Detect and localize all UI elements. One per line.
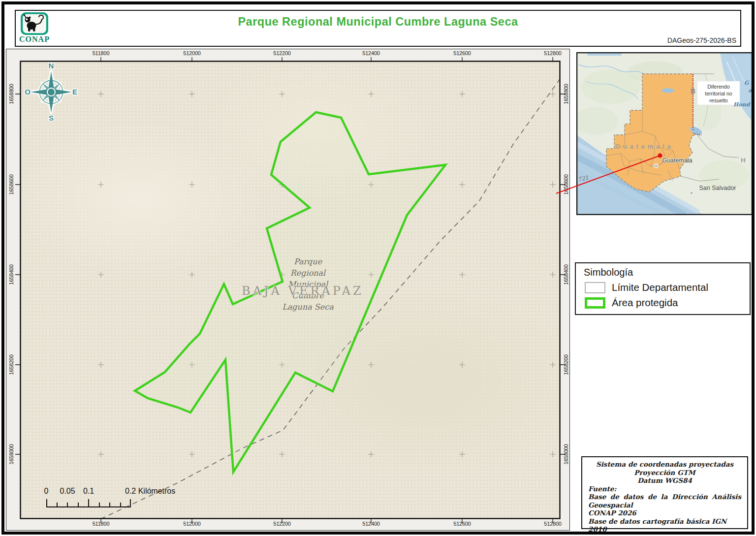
document-code: DAGeos-275-2026-BS xyxy=(667,36,736,44)
crs-line: Sistema de coordenadas proyectadas xyxy=(588,460,741,469)
crs-line: Datum WGS84 xyxy=(588,476,741,485)
source-line: Base de datos cartografía básica IGN 201… xyxy=(588,517,741,534)
axis-coordinate-label: 512400 xyxy=(362,50,380,56)
belize-label-fragment: B xyxy=(691,87,695,95)
axis-coordinate-label: 511800 xyxy=(93,50,110,56)
gulf-label-fragment: Hond xyxy=(733,101,751,108)
axis-coordinate-label: 512600 xyxy=(453,50,471,56)
axis-coordinate-label: 512400 xyxy=(362,521,380,527)
axis-coordinate-label: 1658600 xyxy=(8,174,14,194)
park-label-line: Regional xyxy=(262,267,353,279)
compass-e-label: E xyxy=(72,88,77,96)
axis-coordinate-label: 512000 xyxy=(183,521,201,527)
axis-coordinate-label: 512200 xyxy=(273,50,291,56)
territorial-note-line: territorial no xyxy=(705,91,732,96)
axis-coordinate-label: 512800 xyxy=(544,50,562,56)
axis-coordinate-label: 1658800 xyxy=(563,84,569,104)
scale-bar: 0 0.05 0.1 0.2 Kilómetros xyxy=(40,487,202,509)
legend-item-departmental: Límite Departamental xyxy=(585,282,750,293)
axis-coordinate-label: 512200 xyxy=(273,521,291,527)
department-name-label: BAJA VERAPAZ xyxy=(242,284,364,298)
legend-item-protected-area: Área protegida xyxy=(585,297,750,309)
legend-item-label: Área protegida xyxy=(612,297,678,309)
scale-label-02: 0.2 Kilómetros xyxy=(125,487,175,496)
san-salvador-label: San Salvador xyxy=(699,185,736,191)
honduras-label-fragment: H o xyxy=(741,157,753,164)
territorial-note-line: Diferendo xyxy=(707,84,730,90)
locator-inset-map: B Diferendo territorial no resuelto G u … xyxy=(576,52,753,215)
source-info-box: Sistema de coordenadas proyectadas Proye… xyxy=(581,456,748,529)
page-title: Parque Regional Municipal Cumbre Laguna … xyxy=(16,15,740,29)
axis-coordinate-label: 1658800 xyxy=(8,84,14,104)
capital-city-dot xyxy=(654,164,658,168)
axis-coordinate-label: 1658400 xyxy=(8,264,14,284)
map-sheet-page: CONAP Parque Regional Municipal Cumbre L… xyxy=(0,0,756,536)
scale-bar-line xyxy=(46,499,131,507)
country-name-label: Guatemala xyxy=(615,143,674,150)
axis-coordinate-label: 1658600 xyxy=(563,174,569,194)
axis-coordinate-label: 1658000 xyxy=(563,444,569,464)
axis-coordinate-label: 512000 xyxy=(183,50,201,56)
park-label-line: Parque xyxy=(262,256,353,267)
axis-coordinate-label: 1658400 xyxy=(563,264,569,284)
axis-coordinate-label: 1658200 xyxy=(563,354,569,375)
axis-coordinate-label: 1658200 xyxy=(8,354,14,375)
axis-coordinate-label: 512600 xyxy=(453,521,471,527)
compass-rose-icon: N E S O xyxy=(24,61,78,122)
legend-panel: Simbología Límite Departamental Área pro… xyxy=(575,262,751,315)
axis-coordinate-label: 511800 xyxy=(93,521,110,527)
source-line: Base de datos de la Dirección Análisis G… xyxy=(588,493,741,509)
fuente-label: Fuente: xyxy=(588,485,741,493)
axis-coordinate-label: 1658000 xyxy=(8,444,14,464)
park-label-line: Laguna Seca xyxy=(262,301,353,313)
san-salvador-dot xyxy=(690,191,693,195)
main-map-frame: 5118005118005120005120005122005122005124… xyxy=(6,49,570,531)
compass-s-label: S xyxy=(49,114,54,122)
scale-label-01: 0.1 xyxy=(83,487,94,496)
guatemala-city-label: Guatemala xyxy=(662,157,692,164)
source-line: CONAP 2026 xyxy=(588,509,741,517)
inset-map-svg: B Diferendo territorial no resuelto G u … xyxy=(576,52,753,215)
territorial-note-line: resuelto xyxy=(709,97,728,103)
protected-area-swatch xyxy=(585,297,605,309)
scale-label-005: 0.05 xyxy=(60,487,75,496)
axis-coordinate-label: 512800 xyxy=(544,521,562,527)
departmental-boundary-swatch xyxy=(585,282,605,293)
scale-label-0: 0 xyxy=(44,487,49,496)
conap-logo-text: CONAP xyxy=(19,35,50,44)
crs-line: Proyección GTM xyxy=(588,469,741,477)
legend-title: Simbología xyxy=(584,267,750,278)
compass-n-label: N xyxy=(49,62,54,70)
gulf-label-fragment: G u xyxy=(744,80,753,86)
legend-item-label: Límite Departamental xyxy=(612,282,708,293)
compass-o-label: O xyxy=(25,88,31,96)
header-bar: CONAP Parque Regional Municipal Cumbre L… xyxy=(15,10,741,47)
